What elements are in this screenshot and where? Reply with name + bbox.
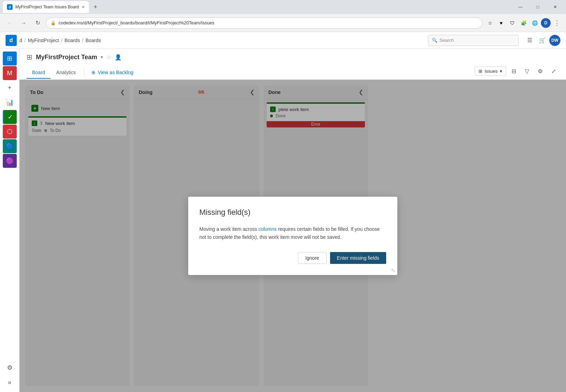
settings-gear-icon[interactable]: ⚙: [535, 65, 546, 77]
close-button[interactable]: ✕: [547, 2, 563, 12]
maximize-button[interactable]: □: [530, 2, 546, 12]
browser-user-avatar[interactable]: D: [541, 18, 551, 28]
sidebar-icon-analytics[interactable]: 📊: [3, 95, 17, 109]
breadcrumb-project[interactable]: MyFirstProject: [28, 38, 59, 43]
browser-tab[interactable]: d MyFirstProject Team Issues Board ×: [3, 1, 89, 13]
lock-icon: 🔒: [51, 21, 56, 25]
minimize-button[interactable]: —: [512, 2, 528, 12]
breadcrumb-d[interactable]: d: [20, 38, 22, 43]
fullscreen-icon[interactable]: ⤢: [548, 65, 559, 77]
enter-missing-fields-button[interactable]: Enter missing fields: [330, 252, 386, 264]
sidebar-icon-m[interactable]: M: [3, 66, 17, 80]
tab-divider: [84, 69, 84, 76]
dialog-body: Moving a work item across columns requir…: [199, 225, 386, 241]
notifications-icon[interactable]: ☰: [524, 35, 535, 46]
sidebar-icon-pipelines[interactable]: 🔵: [3, 139, 17, 153]
expand-icon: »: [8, 379, 11, 386]
tab-analytics[interactable]: Analytics: [51, 67, 81, 79]
issues-dropdown-arrow: ▾: [500, 69, 502, 74]
top-nav: d d / MyFirstProject / Boards / Boards 🔍…: [0, 32, 566, 49]
backlog-link-text: View as Backlog: [98, 70, 133, 75]
left-sidebar: ⊞ M + 📊 ✓ ⬡ 🔵: [0, 49, 20, 392]
ext2-icon[interactable]: 🛡: [507, 18, 517, 28]
address-bar-row: ← → ↻ 🔒 codedev.ms/d/MyFirstProject/_boa…: [0, 14, 566, 32]
columns-icon[interactable]: ⊟: [508, 65, 519, 77]
backlog-circle-icon: ⊕: [91, 70, 95, 75]
sidebar-icon-boards[interactable]: ✓: [3, 110, 17, 124]
ext1-icon[interactable]: ♥: [496, 18, 506, 28]
tab-close-button[interactable]: ×: [82, 4, 85, 10]
content-area: ⊞ MyFirstProject Team ▾ ☆ 👤 Board Analyt…: [20, 49, 566, 392]
sidebar-icon-test[interactable]: 🟣: [3, 154, 17, 168]
ext4-icon[interactable]: 🌐: [530, 18, 540, 28]
add-icon: +: [8, 84, 12, 92]
breadcrumb-boards[interactable]: Boards: [64, 38, 80, 43]
sidebar-icon-settings[interactable]: ⚙: [3, 361, 17, 375]
sidebar-icon-expand[interactable]: »: [3, 375, 17, 389]
extension-icons: ☆ ♥ 🛡 🧩 🌐 D ⋮: [485, 18, 562, 28]
breadcrumb: d / MyFirstProject / Boards / Boards: [20, 38, 101, 43]
user-avatar[interactable]: DW: [549, 35, 560, 46]
team-name: MyFirstProject Team: [36, 54, 97, 61]
main-layout: ⊞ M + 📊 ✓ ⬡ 🔵: [0, 49, 566, 392]
refresh-button[interactable]: ↻: [32, 17, 43, 29]
window-controls: — □ ✕: [512, 2, 563, 12]
team-dropdown-button[interactable]: ▾: [101, 55, 103, 60]
new-tab-button[interactable]: +: [90, 2, 101, 12]
missing-fields-dialog: Missing field(s) Moving a work item acro…: [188, 197, 397, 275]
repos-icon: ⬡: [7, 128, 13, 135]
browser-titlebar: d MyFirstProject Team Issues Board × + —…: [0, 0, 566, 14]
nav-search[interactable]: 🔍 Search: [428, 35, 519, 46]
page-tabs: Board Analytics ⊕ View as Backlog ⊞ Issu…: [26, 65, 559, 79]
breadcrumb-sep-3: /: [82, 38, 83, 43]
resize-handle[interactable]: ⤡: [391, 267, 395, 273]
team-grid-icon: ⊞: [26, 53, 32, 61]
ext3-icon[interactable]: 🧩: [519, 18, 528, 28]
tab-favicon: d: [7, 4, 13, 10]
tab-board[interactable]: Board: [26, 67, 51, 79]
team-favorite-icon[interactable]: ☆: [106, 54, 111, 61]
search-icon: 🔍: [432, 38, 437, 43]
test-icon: 🟣: [6, 157, 14, 165]
view-as-backlog-link[interactable]: ⊕ View as Backlog: [87, 67, 137, 78]
top-nav-icons: ☰ 🛒 DW: [524, 35, 560, 46]
ignore-button[interactable]: Ignore: [298, 252, 327, 264]
home-icon: ⊞: [7, 55, 12, 62]
basket-icon[interactable]: 🛒: [537, 35, 548, 46]
sidebar-icon-repos[interactable]: ⬡: [3, 125, 17, 139]
back-button[interactable]: ←: [4, 17, 15, 29]
page-header-top: ⊞ MyFirstProject Team ▾ ☆ 👤: [26, 53, 559, 61]
issues-label: Issues: [484, 69, 498, 74]
page-header: ⊞ MyFirstProject Team ▾ ☆ 👤 Board Analyt…: [20, 49, 566, 80]
star-icon[interactable]: ☆: [485, 18, 495, 28]
settings-icon: ⚙: [7, 364, 13, 371]
team-member-icon[interactable]: 👤: [115, 54, 122, 61]
dialog-actions: Ignore Enter missing fields: [199, 252, 386, 264]
browser-menu-button[interactable]: ⋮: [552, 18, 562, 28]
pipelines-icon: 🔵: [6, 142, 14, 150]
dialog-title: Missing field(s): [199, 208, 386, 217]
app-container: d d / MyFirstProject / Boards / Boards 🔍…: [0, 32, 566, 392]
app-logo[interactable]: d: [6, 35, 17, 46]
issues-dropdown[interactable]: ⊞ Issues ▾: [475, 66, 506, 76]
modal-overlay: Missing field(s) Moving a work item acro…: [20, 80, 566, 392]
breadcrumb-boards2[interactable]: Boards: [85, 38, 101, 43]
tab-title: MyFirstProject Team Issues Board: [15, 5, 79, 9]
issues-grid-icon: ⊞: [479, 69, 482, 74]
address-input[interactable]: 🔒 codedev.ms/d/MyFirstProject/_boards/bo…: [46, 17, 482, 29]
boards-icon: ✓: [8, 113, 13, 121]
sidebar-icon-add[interactable]: +: [3, 81, 17, 95]
forward-button[interactable]: →: [18, 17, 29, 29]
board-area: To Do ❮ + New item: [20, 80, 566, 392]
m-icon: M: [7, 70, 12, 77]
filter-icon[interactable]: ▽: [521, 65, 533, 77]
sidebar-icon-home[interactable]: ⊞: [3, 52, 17, 65]
dialog-highlight-columns: columns: [259, 226, 277, 232]
search-placeholder-text: Search: [439, 38, 454, 43]
breadcrumb-sep-1: /: [24, 38, 26, 43]
breadcrumb-sep-2: /: [61, 38, 62, 43]
address-text: codedev.ms/d/MyFirstProject/_boards/boar…: [59, 20, 214, 25]
analytics-icon: 📊: [6, 99, 14, 106]
